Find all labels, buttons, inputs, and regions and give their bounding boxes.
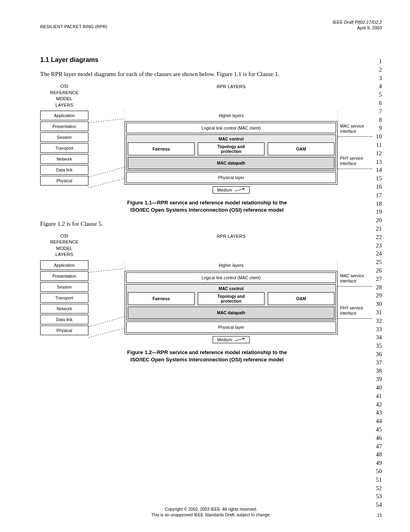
line-number: 39 [376, 375, 382, 384]
mac-datapath-box: MAC datapath [128, 307, 334, 319]
line-number: 34 [376, 333, 382, 342]
footer-copyright: Copyright © 2002, 2003 IEEE. All rights … [40, 506, 382, 512]
medium-box: Medium [213, 336, 249, 343]
line-number: 42 [376, 400, 382, 409]
svg-line-3 [235, 189, 244, 191]
header-right: IEEE Draft P802.17/D2.2 April 9, 2003 [333, 19, 382, 31]
line-number: 31 [376, 308, 382, 317]
line-number: 48 [376, 450, 382, 459]
line-number: 7 [376, 107, 382, 116]
physical-layer-box: Physical layer [126, 322, 336, 333]
line-number: 29 [376, 291, 382, 300]
line-number: 36 [376, 350, 382, 359]
line-number-gutter: 1234567891011121314151617181920212223242… [376, 57, 382, 509]
figure-1-2-caption: Figure 1.2—RPR service and reference mod… [40, 349, 374, 363]
mid-paragraph: Figure 1.2 is for Clause 5. [40, 221, 374, 227]
line-number: 4 [376, 82, 382, 91]
line-number: 49 [376, 459, 382, 467]
line-number: 22 [376, 233, 382, 241]
svg-line-0 [88, 119, 125, 123]
line-number: 23 [376, 241, 382, 250]
footer-disclaimer: This is an unapproved IEEE Standards Dra… [40, 512, 382, 518]
osi-header: OSIREFERENCEMODELLAYERS [40, 233, 88, 258]
medium-arrow-icon [235, 188, 245, 192]
osi-layer-box: Data link [40, 165, 88, 175]
osi-layer-box: Application [40, 260, 88, 270]
line-number: 43 [376, 408, 382, 417]
line-number: 33 [376, 325, 382, 334]
line-number: 15 [376, 174, 382, 183]
line-number: 20 [376, 216, 382, 225]
mapping-lines [88, 111, 125, 194]
oam-box: OAM [268, 292, 334, 305]
mac-control-label: MAC control [128, 136, 334, 142]
phy-service-interface-label: PHY serviceinterface [340, 156, 363, 166]
line-number: 45 [376, 425, 382, 434]
page-number: 15 [377, 513, 382, 518]
section-heading: 1.1 Layer diagrams [40, 56, 374, 64]
line-number: 26 [376, 266, 382, 275]
osi-column: ApplicationPresentationSessionTransportN… [40, 111, 88, 194]
line-number: 6 [376, 99, 382, 107]
medium-row: Medium [125, 186, 338, 194]
line-number: 18 [376, 200, 382, 208]
rpr-column: Higher layers Logical link control (MAC … [125, 111, 338, 194]
rpr-header: RPR LAYERS [125, 233, 338, 239]
osi-layer-box: Data link [40, 315, 88, 324]
physical-layer-box: Physical layer [126, 172, 336, 183]
svg-line-1 [88, 167, 125, 177]
rpr-column: Higher layers Logical link control (MAC … [125, 260, 338, 343]
line-number: 24 [376, 250, 382, 258]
osi-layer-box: Presentation [40, 122, 88, 131]
mac-group: MAC control Fairness Topology andprotect… [126, 134, 336, 171]
line-number: 40 [376, 384, 382, 392]
line-number: 37 [376, 359, 382, 367]
line-number: 27 [376, 275, 382, 283]
osi-layer-box: Transport [40, 293, 88, 303]
line-number: 28 [376, 283, 382, 292]
svg-line-4 [88, 268, 125, 272]
osi-layer-box: Physical [40, 326, 88, 335]
line-number: 19 [376, 208, 382, 216]
mac-datapath-box: MAC datapath [128, 157, 334, 169]
line-number: 17 [376, 191, 382, 200]
mac-service-divider [338, 136, 372, 137]
topology-box: Topology andprotection [198, 142, 264, 155]
intro-paragraph: The RPR layer model diagrams for each of… [40, 71, 374, 78]
line-number: 25 [376, 258, 382, 266]
osi-layer-box: Network [40, 304, 88, 313]
medium-box: Medium [213, 186, 249, 194]
mapping-lines [88, 260, 125, 343]
line-number: 32 [376, 317, 382, 325]
osi-layer-box: Presentation [40, 271, 88, 281]
line-number: 14 [376, 166, 382, 174]
osi-layer-box: Transport [40, 143, 88, 153]
header-draft: IEEE Draft P802.17/D2.2 [333, 19, 382, 25]
rpr-outer-box: Logical link control (MAC client) MAC co… [125, 271, 338, 334]
line-number: 12 [376, 149, 382, 158]
fairness-box: Fairness [128, 292, 195, 305]
figure-top-labels: OSIREFERENCEMODELLAYERS RPR LAYERS [40, 233, 374, 258]
mac-service-interface-label: MAC serviceinterface [340, 273, 364, 284]
osi-layer-box: Application [40, 111, 88, 120]
line-number: 3 [376, 74, 382, 82]
svg-line-5 [88, 317, 125, 327]
mapping-lines-svg [88, 260, 125, 341]
line-number: 53 [376, 492, 382, 501]
figure-body: ApplicationPresentationSessionTransportN… [40, 111, 374, 194]
interface-column: MAC serviceinterface PHY serviceinterfac… [338, 111, 374, 194]
line-number: 16 [376, 183, 382, 191]
osi-layer-box: Physical [40, 176, 88, 186]
osi-header: OSIREFERENCEMODELLAYERS [40, 83, 88, 108]
llc-box: Logical link control (MAC client) [126, 272, 336, 283]
figure-top-labels: OSIREFERENCEMODELLAYERS RPR LAYERS [40, 83, 374, 108]
mac-group: MAC control Fairness Topology andprotect… [126, 284, 336, 320]
line-number: 50 [376, 467, 382, 476]
higher-layers-label: Higher layers [125, 111, 338, 121]
line-number: 8 [376, 116, 382, 124]
rpr-outer-box: Logical link control (MAC client) MAC co… [125, 121, 338, 185]
header-date: April 9, 2003 [333, 25, 382, 31]
line-number: 44 [376, 417, 382, 425]
figure-1-2: OSIREFERENCEMODELLAYERS RPR LAYERS Appli… [40, 233, 374, 364]
header-left: RESILIENT PACKET RING (RPR) [40, 24, 107, 29]
